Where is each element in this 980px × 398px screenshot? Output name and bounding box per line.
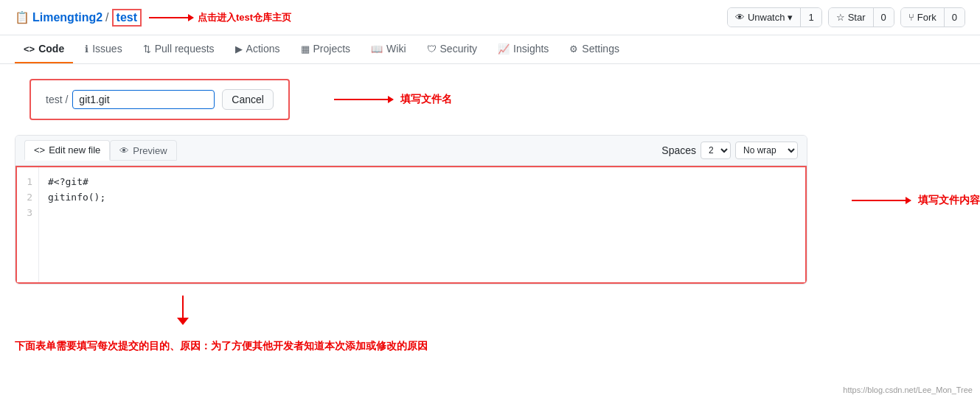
unwatch-label: Unwatch: [748, 12, 785, 23]
tab-projects-label: Projects: [313, 43, 351, 55]
star-count-button[interactable]: 0: [874, 8, 894, 27]
repo-owner-link[interactable]: Limengting2: [32, 11, 102, 24]
spaces-label: Spaces: [661, 144, 696, 156]
star-icon: ☆: [836, 12, 845, 23]
filename-annotation: 填写文件名: [334, 93, 452, 106]
tab-pr-label: Pull requests: [155, 43, 215, 55]
star-label: Star: [848, 12, 866, 23]
repo-separator: /: [105, 11, 108, 24]
edit-icon: <>: [34, 144, 45, 156]
edit-tab[interactable]: <> Edit new file: [24, 140, 110, 161]
tab-security-label: Security: [440, 43, 478, 55]
arrow-right-icon: [149, 17, 193, 18]
fork-count: 0: [952, 12, 957, 23]
tab-issues-label: Issues: [92, 43, 122, 55]
down-arrow-annotation: [177, 296, 189, 325]
editor-tabs: <> Edit new file 👁 Preview: [24, 140, 177, 161]
preview-tab-label: Preview: [133, 145, 167, 156]
filename-arrow-icon: [334, 99, 393, 100]
pr-icon: ⇅: [143, 43, 151, 55]
code-editor[interactable]: #<?git# gitinfo();: [39, 167, 805, 282]
issues-icon: ℹ: [85, 43, 88, 55]
fork-count-button[interactable]: 0: [945, 8, 965, 27]
code-icon: <>: [24, 43, 35, 55]
fork-group: ⑂ Fork 0: [900, 7, 965, 27]
unwatch-group: 👁 Unwatch ▾ 1: [727, 7, 822, 27]
editor-wrapper: <> Edit new file 👁 Preview Spaces 2 4: [0, 135, 822, 284]
repo-name-link[interactable]: test: [112, 9, 142, 27]
line-num-1: 1: [23, 175, 32, 190]
editor-options: Spaces 2 4 No wrap Soft wrap: [661, 142, 798, 159]
tab-security[interactable]: 🛡 Security: [418, 35, 487, 63]
tab-settings-label: Settings: [582, 43, 619, 55]
wrap-select[interactable]: No wrap Soft wrap: [735, 142, 798, 159]
editor-container: <> Edit new file 👁 Preview Spaces 2 4: [15, 135, 807, 284]
settings-icon: ⚙: [569, 43, 578, 55]
file-path-bar: test / Cancel: [29, 79, 290, 120]
tab-code-label: Code: [38, 43, 64, 55]
eye-icon: 👁: [735, 12, 745, 23]
tab-actions[interactable]: ▶ Actions: [226, 35, 289, 63]
security-icon: 🛡: [427, 43, 437, 55]
fork-button[interactable]: ⑂ Fork: [901, 8, 945, 27]
unwatch-button[interactable]: 👁 Unwatch ▾: [728, 8, 802, 27]
tab-pull-requests[interactable]: ⇅ Pull requests: [134, 35, 223, 63]
unwatch-count-button[interactable]: 1: [801, 8, 821, 27]
projects-icon: ▦: [301, 43, 310, 55]
repo-title: 📋 Limengting2 / test: [15, 9, 142, 27]
edit-tab-label: Edit new file: [49, 144, 100, 156]
header-annotation-text: 点击进入test仓库主页: [198, 11, 291, 24]
fork-icon: ⑂: [908, 12, 914, 23]
cancel-button[interactable]: Cancel: [222, 89, 274, 110]
unwatch-count: 1: [808, 12, 813, 23]
tab-insights[interactable]: 📈 Insights: [489, 35, 557, 63]
editor-section: <> Edit new file 👁 Preview Spaces 2 4: [0, 135, 980, 284]
fork-label: Fork: [917, 12, 936, 23]
tab-insights-label: Insights: [513, 43, 549, 55]
star-button[interactable]: ☆ Star: [829, 8, 874, 27]
repo-icon: 📋: [15, 10, 29, 24]
spaces-select[interactable]: 2 4: [701, 142, 731, 159]
editor-body: 1 2 3 #<?git# gitinfo();: [15, 166, 807, 284]
repo-nav: <> Code ℹ Issues ⇅ Pull requests ▶ Actio…: [0, 35, 980, 64]
filename-annotation-text: 填写文件名: [400, 93, 452, 106]
tab-actions-label: Actions: [246, 43, 280, 55]
tab-wiki-label: Wiki: [386, 43, 406, 55]
header-actions: 👁 Unwatch ▾ 1 ☆ Star 0 ⑂ Fork: [727, 7, 965, 27]
tab-code[interactable]: <> Code: [15, 35, 73, 63]
tab-projects[interactable]: ▦ Projects: [292, 35, 360, 63]
file-path-prefix: test /: [46, 94, 68, 105]
header-annotation: 点击进入test仓库主页: [149, 11, 291, 24]
content-arrow-icon: [852, 200, 911, 201]
content-annotation-text: 填写文件内容: [918, 194, 980, 207]
tab-settings[interactable]: ⚙ Settings: [560, 35, 628, 63]
arrow-down-head-icon: [177, 318, 189, 325]
preview-tab[interactable]: 👁 Preview: [110, 140, 176, 161]
line-num-3: 3: [23, 206, 32, 221]
editor-toolbar: <> Edit new file 👁 Preview Spaces 2 4: [15, 136, 807, 166]
filename-input[interactable]: [72, 90, 215, 109]
bottom-annotation-text: 下面表单需要填写每次提交的目的、原因：为了方便其他开发者知道本次添加或修改的原因: [0, 332, 980, 360]
line-num-2: 2: [23, 190, 32, 206]
arrow-down-line: [182, 296, 184, 318]
preview-icon: 👁: [119, 145, 129, 156]
wiki-icon: 📖: [371, 43, 383, 55]
tab-issues[interactable]: ℹ Issues: [76, 35, 131, 63]
tab-wiki[interactable]: 📖 Wiki: [362, 35, 414, 63]
insights-icon: 📈: [498, 43, 510, 55]
star-group: ☆ Star 0: [828, 7, 894, 27]
actions-icon: ▶: [235, 43, 243, 55]
line-numbers: 1 2 3: [17, 167, 39, 282]
star-count: 0: [881, 12, 886, 23]
page-header: 📋 Limengting2 / test 点击进入test仓库主页 👁 Unwa…: [0, 0, 980, 35]
content-annotation: 填写文件内容: [852, 194, 980, 207]
chevron-down-icon: ▾: [788, 12, 793, 23]
file-bar-wrapper: test / Cancel 填写文件名: [0, 64, 980, 135]
